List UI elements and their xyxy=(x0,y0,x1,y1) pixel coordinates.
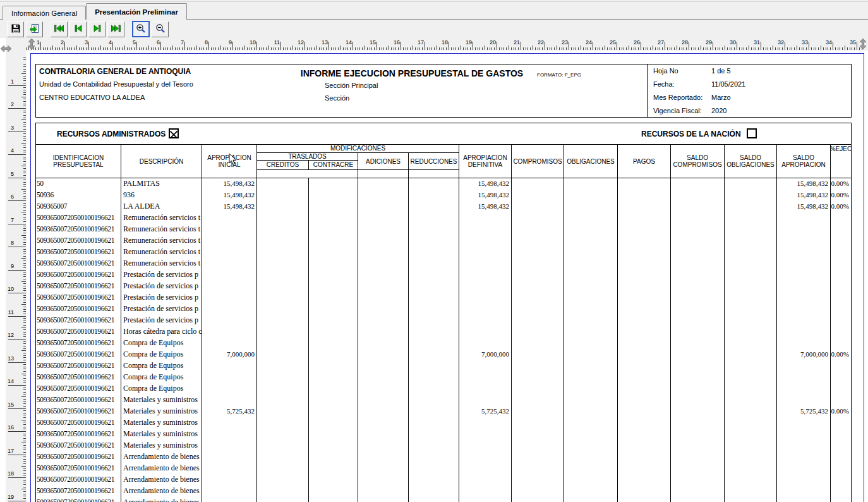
info-mes-reportado: Mes Reportado:Marzo xyxy=(653,94,731,101)
table-row: 50936500720500100196621Materiales y sumi… xyxy=(36,417,851,429)
col-pct-ejec: %EJEC xyxy=(831,145,851,178)
recursos-nacion-label: RECURSOS DE LA NACIÓN xyxy=(641,130,741,138)
table-row: 5093693615,498,43215,498,43215,498,4320.… xyxy=(36,190,851,201)
table-row: 50936500720500100196621Remuneración serv… xyxy=(36,258,851,269)
col-obligaciones: OBLIGACIONES xyxy=(564,145,618,178)
report-page: CONTRALORIA GENERAL DE ANTIOQUIA Unidad … xyxy=(30,53,864,502)
vertical-resize-handle-right[interactable] xyxy=(859,39,867,52)
table-row: 50936500720500100196621Compra de Equipos xyxy=(36,360,851,372)
entity-name: CENTRO EDUCATIVO LA ALDEA xyxy=(39,94,145,101)
table-row: 50936500720500100196621Prestación de ser… xyxy=(36,281,851,292)
col-group-traslados: TRASLADOS CREDITOS CONTRACRE xyxy=(257,153,358,178)
col-saldo-obligaciones: SALDO OBLIGACIONES xyxy=(725,145,777,178)
preview-toolbar xyxy=(7,21,169,37)
section-main-label: Sección Principal xyxy=(325,82,378,89)
vertical-ruler: 12345678910111213141516171819 xyxy=(6,51,27,502)
info-fecha: Fecha:11/05/2021 xyxy=(653,80,745,88)
recursos-administrados-checkbox xyxy=(169,128,179,138)
recursos-nacion-checkbox xyxy=(747,128,757,138)
col-apropiacion-definitiva: APROPIACION DEFINITIVA xyxy=(459,145,512,178)
report-table-body: 50PALMITAS15,498,43215,498,43215,498,432… xyxy=(36,178,851,502)
resources-row: RECURSOS ADMINISTRADOS RECURSOS DE LA NA… xyxy=(36,123,851,145)
info-vigencia-fiscal: Vigencia Fiscal:2020 xyxy=(653,107,726,114)
table-row: 50936500720500100196621Prestación de ser… xyxy=(36,292,851,303)
window-top-edge xyxy=(0,1,868,2)
col-group-modificaciones: MODIFICACIONES TRASLADOS CREDITOS CONTRA… xyxy=(257,145,459,178)
table-row: 50936500720500100196621Compra de Equipos xyxy=(36,383,851,395)
export-button[interactable] xyxy=(26,21,43,37)
table-header: IDENTIFICACION PRESUPUESTAL DESCRIPCIÓN … xyxy=(36,145,851,178)
previous-page-icon xyxy=(73,23,83,35)
table-row: 50936500720500100196621Arrendamiento de … xyxy=(36,463,851,474)
table-row: 50PALMITAS15,498,43215,498,43215,498,432… xyxy=(36,178,851,190)
col-creditos: CREDITOS xyxy=(257,161,309,170)
table-row: 50936500720500100196621Compra de Equipos xyxy=(36,372,851,383)
floppy-icon xyxy=(11,23,21,35)
table-row: 50936500720500100196621Arrendamiento de … xyxy=(36,451,851,463)
report-title: INFORME EJECUCION PRESUPUESTAL DE GASTOS xyxy=(251,68,573,78)
table-row: 50936500720500100196621Remuneración serv… xyxy=(36,224,851,235)
section-label: Sección xyxy=(325,94,349,102)
col-descripcion: DESCRIPCIÓN xyxy=(121,145,202,178)
table-row: 50936500720500100196621Materiales y sumi… xyxy=(36,440,851,451)
table-row: 50936500720500100196621Materiales y sumi… xyxy=(36,395,851,406)
save-button[interactable] xyxy=(7,21,24,37)
table-row: 50936500720500100196621Arrendamiento de … xyxy=(36,486,851,497)
col-adiciones: ADICIONES xyxy=(358,153,409,178)
col-contracre: CONTRACRE xyxy=(309,161,358,170)
table-row: 50936500720500100196621Remuneración serv… xyxy=(36,235,851,247)
table-row: 50936500720500100196621Remuneración serv… xyxy=(36,247,851,258)
col-identificacion: IDENTIFICACION PRESUPUESTAL xyxy=(36,145,121,178)
tab-strip: Información General Presentación Prelimi… xyxy=(3,3,187,20)
report-body-box: RECURSOS ADMINISTRADOS RECURSOS DE LA NA… xyxy=(35,123,852,502)
report-header-box: CONTRALORIA GENERAL DE ANTIOQUIA Unidad … xyxy=(35,64,852,118)
table-row: 50936500720500100196621Arrendamiento de … xyxy=(36,474,851,486)
tab-informacion-general[interactable]: Información General xyxy=(3,6,86,20)
table-row: 50936500720500100196621Compra de Equipos xyxy=(36,338,851,349)
first-page-button[interactable] xyxy=(51,21,68,37)
report-preview-window: Información General Presentación Prelimi… xyxy=(0,0,868,502)
next-page-button[interactable] xyxy=(88,21,105,37)
first-page-icon xyxy=(54,23,64,35)
table-row: 50936500720500100196621Compra de Equipos… xyxy=(36,349,851,360)
col-pagos: PAGOS xyxy=(618,145,671,178)
table-row: 50936500720500100196621Materiales y sumi… xyxy=(36,429,851,440)
table-row: 50936500720500100196621Arrendamiento de … xyxy=(36,497,851,502)
zoom-out-button[interactable] xyxy=(152,21,169,37)
format-label: FORMATO: F_EPG xyxy=(537,72,581,78)
organization-unit: Unidad de Contabilidad Presupuestal y de… xyxy=(39,80,193,88)
last-page-button[interactable] xyxy=(107,21,124,37)
recursos-administrados-label: RECURSOS ADMINISTRADOS xyxy=(57,130,166,138)
vertical-resize-handle-left[interactable] xyxy=(28,39,35,52)
horizontal-ruler: 1234567891011121314151617181920212223242… xyxy=(6,38,868,51)
col-compromisos: COMPROMISOS xyxy=(512,145,564,178)
table-row: 50936500720500100196621Prestación de ser… xyxy=(36,315,851,326)
col-saldo-apropiacion: SALDO APROPIACION xyxy=(777,145,831,178)
table-row: 50936500720500100196621Horas cátedra par… xyxy=(36,326,851,338)
horizontal-resize-handle[interactable] xyxy=(1,44,11,55)
zoom-in-button[interactable] xyxy=(132,21,150,37)
table-row: 50936500720500100196621Prestación de ser… xyxy=(36,303,851,315)
next-page-icon xyxy=(92,23,102,35)
page-export-icon xyxy=(30,23,40,35)
col-saldo-compromisos: SALDO COMPROMISOS xyxy=(671,145,725,178)
header-divider xyxy=(647,64,648,117)
mouse-cursor xyxy=(229,153,237,168)
table-row: 509365007LA ALDEA15,498,43215,498,43215,… xyxy=(36,201,851,212)
table-row: 50936500720500100196621Prestación de ser… xyxy=(36,269,851,281)
col-reducciones: REDUCCIONES xyxy=(409,153,459,178)
organization-name: CONTRALORIA GENERAL DE ANTIOQUIA xyxy=(39,67,191,76)
table-row: 50936500720500100196621Materiales y sumi… xyxy=(36,406,851,417)
last-page-icon xyxy=(111,23,121,35)
zoom-in-icon xyxy=(136,23,146,35)
info-hoja: Hoja No1 de 5 xyxy=(653,67,731,75)
table-row: 50936500720500100196621Remuneración serv… xyxy=(36,212,851,224)
zoom-out-icon xyxy=(155,23,166,35)
previous-page-button[interactable] xyxy=(69,21,87,37)
tab-presentacion-preliminar[interactable]: Presentación Preliminar xyxy=(86,3,187,20)
